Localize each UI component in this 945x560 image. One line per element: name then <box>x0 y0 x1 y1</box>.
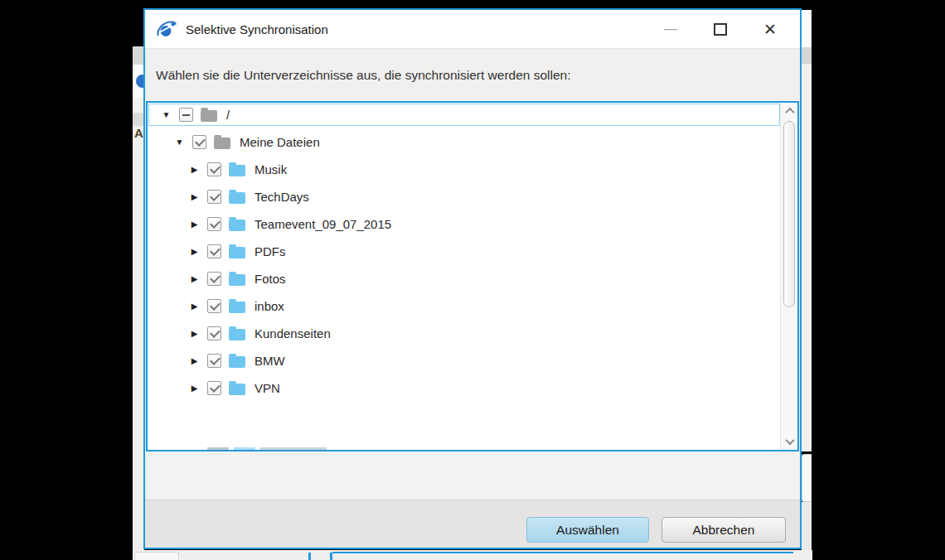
chevron-up-icon <box>785 108 794 117</box>
minimize-icon[interactable]: — <box>664 22 677 36</box>
expander-collapsed-icon[interactable]: ▶ <box>189 302 200 311</box>
expander-collapsed-icon[interactable]: ▶ <box>189 330 200 338</box>
background-window-right-sliver <box>802 0 812 560</box>
dialog-titlebar: Selektive Synchronisation — ✕ <box>145 10 800 49</box>
select-button[interactable]: Auswählen <box>526 517 649 543</box>
tree-scrollbar[interactable] <box>780 103 797 450</box>
expander-collapsed-icon[interactable]: ▶ <box>189 384 200 393</box>
scrollbar-up-button[interactable] <box>781 103 798 119</box>
folder-icon <box>229 165 245 176</box>
tree-row[interactable]: ▶inbox <box>148 292 780 320</box>
folder-icon <box>229 192 245 204</box>
expander-expanded-icon[interactable]: ▼ <box>161 111 172 119</box>
clipped-partial-row <box>148 447 780 450</box>
app-icon <box>156 20 177 38</box>
close-icon[interactable]: ✕ <box>763 22 777 37</box>
checkbox-indeterminate[interactable] <box>179 108 193 122</box>
chevron-down-icon <box>785 436 794 445</box>
tree-row[interactable]: ▼Meine Dateien <box>148 128 780 156</box>
expander-collapsed-icon[interactable]: ▶ <box>189 275 200 283</box>
scrollbar-down-button[interactable] <box>781 433 798 450</box>
footer-spacer <box>145 451 800 500</box>
expander-collapsed-icon[interactable]: ▶ <box>189 248 200 256</box>
folder-icon <box>229 220 245 231</box>
background-label-fragment: A <box>133 126 144 146</box>
button-bar: Auswählen Abbrechen <box>145 500 800 548</box>
tree-row[interactable]: ▶BMW <box>148 347 780 374</box>
expander-collapsed-icon[interactable]: ▶ <box>189 357 200 365</box>
checkbox-checked[interactable] <box>207 326 221 340</box>
instruction-text: Wählen sie die Unterverzeichnisse aus, d… <box>145 50 800 101</box>
checkbox-checked[interactable] <box>192 135 206 149</box>
dialog-title: Selektive Synchronisation <box>186 22 328 36</box>
folder-label[interactable]: Teamevent_09_07_2015 <box>254 217 391 231</box>
tree-row[interactable]: ▼/ <box>148 104 780 126</box>
folder-icon <box>201 110 217 122</box>
folder-label[interactable]: Meine Dateien <box>240 135 320 149</box>
tree-row[interactable]: ▶Fotos <box>148 265 780 292</box>
maximize-icon[interactable] <box>714 23 727 36</box>
folder-icon <box>229 356 245 368</box>
folder-icon <box>214 138 230 149</box>
checkbox-checked[interactable] <box>207 190 221 204</box>
background-window-left-sliver: A <box>133 0 144 560</box>
folder-tree: ▼/▼Meine Dateien▶Musik▶TechDays▶Teameven… <box>148 103 780 450</box>
folder-label[interactable]: PDFs <box>254 244 286 258</box>
folder-label[interactable]: Kundenseiten <box>254 326 331 340</box>
folder-icon <box>229 384 245 395</box>
folder-label[interactable]: BMW <box>254 354 285 368</box>
checkbox-checked[interactable] <box>207 299 221 313</box>
folder-label[interactable]: Fotos <box>254 272 286 286</box>
tree-row[interactable]: ▶Musik <box>148 156 780 183</box>
expander-expanded-icon[interactable]: ▼ <box>174 138 185 147</box>
scrollbar-thumb[interactable] <box>783 121 795 307</box>
background-window-bottom-sliver <box>133 550 812 560</box>
folder-icon <box>229 302 245 313</box>
checkbox-checked[interactable] <box>207 217 221 231</box>
expander-collapsed-icon[interactable]: ▶ <box>189 166 200 174</box>
tree-row[interactable]: ▶VPN <box>148 374 780 402</box>
checkbox-checked[interactable] <box>207 354 221 368</box>
selective-sync-dialog: Selektive Synchronisation — ✕ Wählen sie… <box>143 8 802 549</box>
folder-tree-panel: ▼/▼Meine Dateien▶Musik▶TechDays▶Teameven… <box>146 101 799 451</box>
cancel-button[interactable]: Abbrechen <box>662 517 786 543</box>
tree-row[interactable]: ▶TechDays <box>148 183 780 210</box>
folder-icon <box>229 329 245 340</box>
folder-label[interactable]: inbox <box>254 299 284 313</box>
checkbox-checked[interactable] <box>207 244 221 258</box>
folder-label[interactable]: TechDays <box>254 190 309 204</box>
expander-collapsed-icon[interactable]: ▶ <box>189 193 200 201</box>
window-controls: — ✕ <box>664 22 800 37</box>
folder-label[interactable]: Musik <box>254 162 287 176</box>
folder-icon <box>229 247 245 258</box>
tree-row[interactable]: ▶PDFs <box>148 238 780 265</box>
checkbox-checked[interactable] <box>207 272 221 286</box>
folder-label[interactable]: / <box>226 108 230 122</box>
folder-icon <box>229 274 245 286</box>
expander-collapsed-icon[interactable]: ▶ <box>189 220 200 229</box>
checkbox-checked[interactable] <box>207 162 221 176</box>
tree-row[interactable]: ▶Kundenseiten <box>148 320 780 347</box>
checkbox-checked[interactable] <box>207 381 221 395</box>
tree-row[interactable]: ▶Teamevent_09_07_2015 <box>148 210 780 238</box>
folder-label[interactable]: VPN <box>254 381 280 395</box>
